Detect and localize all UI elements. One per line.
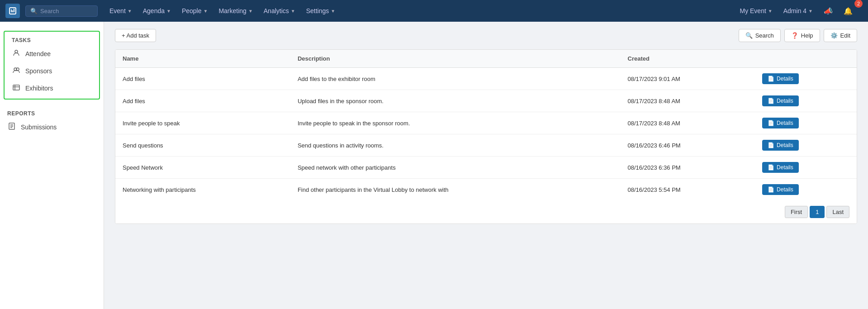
attendee-icon	[12, 49, 21, 59]
notification-area[interactable]: 🔔 2	[839, 4, 863, 18]
my-event-chevron: ▼	[768, 9, 773, 14]
edit-label: Edit	[840, 32, 850, 39]
nav-people[interactable]: People ▼	[177, 5, 213, 17]
nav-marketing-label: Marketing	[218, 7, 246, 14]
sponsors-icon	[12, 66, 21, 76]
table-header: Name Description Created	[115, 50, 857, 68]
search-button[interactable]: 🔍 Search	[739, 29, 781, 42]
nav-event-chevron: ▼	[128, 9, 132, 14]
sidebar-item-attendee[interactable]: Attendee	[5, 45, 99, 62]
sidebar-item-exhibitors-label: Exhibitors	[25, 85, 53, 92]
details-icon-0: 📄	[768, 76, 774, 82]
table-row: Invite people to speak Invite people to …	[115, 112, 857, 134]
details-button-2[interactable]: 📄 Details	[762, 118, 799, 128]
cell-action-5: 📄 Details	[755, 179, 857, 201]
exhibitors-icon	[12, 83, 21, 93]
search-bar[interactable]: 🔍	[25, 5, 98, 17]
sidebar-item-submissions[interactable]: Submissions	[0, 119, 104, 136]
toolbar: + Add task 🔍 Search ❓ Help ⚙️ Edit	[115, 29, 857, 42]
my-event-menu[interactable]: My Event ▼	[735, 5, 777, 17]
edit-button[interactable]: ⚙️ Edit	[824, 29, 857, 42]
cell-name-1: Add files	[115, 90, 290, 112]
table-row: Add files Upload files in the sponsor ro…	[115, 90, 857, 112]
nav-analytics[interactable]: Analytics ▼	[259, 5, 300, 17]
topnav-right: My Event ▼ Admin 4 ▼ 📣 🔔 2	[735, 4, 863, 18]
nav-marketing[interactable]: Marketing ▼	[214, 5, 257, 17]
search-input[interactable]	[40, 8, 93, 14]
admin-chevron: ▼	[808, 9, 813, 14]
app-logo	[5, 4, 20, 18]
nav-agenda-label: Agenda	[143, 7, 165, 14]
col-created: Created	[621, 50, 755, 68]
my-event-label: My Event	[740, 7, 766, 14]
help-button[interactable]: ❓ Help	[784, 29, 820, 42]
megaphone-button[interactable]: 📣	[819, 4, 837, 18]
tasks-table: Name Description Created Add files Add f…	[115, 50, 857, 200]
sidebar: TASKS Attendee Spo	[0, 22, 104, 309]
details-icon-1: 📄	[768, 98, 774, 104]
col-description: Description	[290, 50, 621, 68]
submissions-icon	[7, 122, 16, 132]
last-page-button[interactable]: Last	[826, 206, 849, 218]
sidebar-item-exhibitors[interactable]: Exhibitors	[5, 80, 99, 97]
nav-agenda[interactable]: Agenda ▼	[138, 5, 175, 17]
cell-action-3: 📄 Details	[755, 134, 857, 157]
nav-analytics-chevron: ▼	[291, 9, 295, 14]
edit-icon: ⚙️	[830, 32, 838, 39]
cell-created-4: 08/16/2023 6:36 PM	[621, 157, 755, 179]
nav-people-label: People	[182, 7, 202, 14]
admin-label: Admin 4	[783, 7, 806, 14]
cell-created-3: 08/16/2023 6:46 PM	[621, 134, 755, 157]
cell-name-0: Add files	[115, 68, 290, 90]
tasks-section: TASKS Attendee Spo	[4, 31, 100, 100]
page-1-button[interactable]: 1	[810, 206, 825, 218]
add-task-button[interactable]: + Add task	[115, 29, 156, 42]
search-button-label: Search	[755, 32, 774, 39]
app-layout: TASKS Attendee Spo	[0, 22, 868, 309]
nav-settings[interactable]: Settings ▼	[302, 5, 340, 17]
cell-description-3: Send questions in activity rooms.	[290, 134, 621, 157]
details-button-1[interactable]: 📄 Details	[762, 95, 799, 106]
table-row: Speed Network Speed network with other p…	[115, 157, 857, 179]
cell-action-1: 📄 Details	[755, 90, 857, 112]
admin-menu[interactable]: Admin 4 ▼	[779, 5, 817, 17]
cell-action-2: 📄 Details	[755, 112, 857, 134]
cell-description-4: Speed network with other participants	[290, 157, 621, 179]
toolbar-left: + Add task	[115, 29, 156, 42]
add-task-label: + Add task	[122, 32, 149, 39]
details-button-3[interactable]: 📄 Details	[762, 140, 799, 151]
table-row: Add files Add files to the exhibitor roo…	[115, 68, 857, 90]
notification-bell[interactable]: 🔔	[839, 4, 857, 18]
nav-event[interactable]: Event ▼	[105, 5, 137, 17]
cell-name-4: Speed Network	[115, 157, 290, 179]
tasks-table-container: Name Description Created Add files Add f…	[115, 49, 857, 224]
details-icon-5: 📄	[768, 186, 774, 193]
cell-action-0: 📄 Details	[755, 68, 857, 90]
cell-created-0: 08/17/2023 9:01 AM	[621, 68, 755, 90]
table-row: Networking with participants Find other …	[115, 179, 857, 201]
details-button-4[interactable]: 📄 Details	[762, 162, 799, 173]
nav-people-chevron: ▼	[204, 9, 208, 14]
reports-section: REPORTS Submissions	[0, 107, 104, 136]
cell-name-2: Invite people to speak	[115, 112, 290, 134]
tasks-title: TASKS	[5, 33, 99, 45]
cell-action-4: 📄 Details	[755, 157, 857, 179]
pagination: First 1 Last	[115, 200, 857, 223]
details-button-5[interactable]: 📄 Details	[762, 184, 799, 195]
details-icon-3: 📄	[768, 142, 774, 148]
table-body: Add files Add files to the exhibitor roo…	[115, 68, 857, 201]
first-page-button[interactable]: First	[785, 206, 808, 218]
details-button-0[interactable]: 📄 Details	[762, 73, 799, 84]
nav-settings-label: Settings	[306, 7, 329, 14]
cell-description-2: Invite people to speak in the sponsor ro…	[290, 112, 621, 134]
cell-description-0: Add files to the exhibitor room	[290, 68, 621, 90]
nav-agenda-chevron: ▼	[166, 9, 171, 14]
search-icon: 🔍	[30, 8, 38, 14]
cell-created-5: 08/16/2023 5:54 PM	[621, 179, 755, 201]
help-icon: ❓	[791, 32, 798, 39]
toolbar-right: 🔍 Search ❓ Help ⚙️ Edit	[739, 29, 857, 42]
sidebar-item-sponsors[interactable]: Sponsors	[5, 62, 99, 80]
notification-badge: 2	[854, 0, 863, 8]
reports-title: REPORTS	[0, 107, 104, 119]
cell-created-1: 08/17/2023 8:48 AM	[621, 90, 755, 112]
